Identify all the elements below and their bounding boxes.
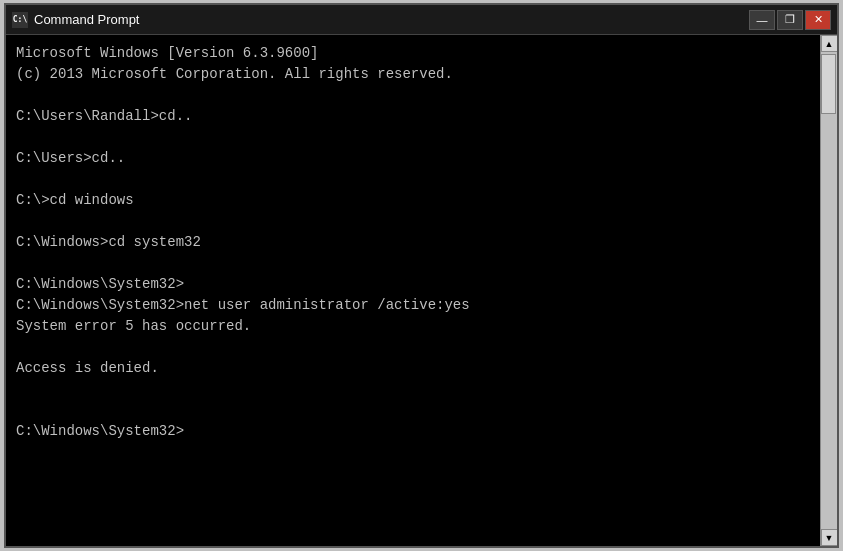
scrollbar-thumb[interactable] (821, 54, 836, 114)
command-prompt-window: C:\ Command Prompt — ❐ ✕ Microsoft Windo… (4, 3, 839, 548)
title-bar: C:\ Command Prompt — ❐ ✕ (6, 5, 837, 35)
scroll-up-button[interactable]: ▲ (821, 35, 838, 52)
scrollbar-track[interactable] (821, 52, 837, 529)
title-bar-left: C:\ Command Prompt (12, 12, 139, 28)
window-title: Command Prompt (34, 12, 139, 27)
scroll-down-button[interactable]: ▼ (821, 529, 838, 546)
scrollbar[interactable]: ▲ ▼ (820, 35, 837, 546)
minimize-button[interactable]: — (749, 10, 775, 30)
cmd-icon: C:\ (12, 12, 28, 28)
content-area: Microsoft Windows [Version 6.3.9600] (c)… (6, 35, 837, 546)
close-button[interactable]: ✕ (805, 10, 831, 30)
terminal-output[interactable]: Microsoft Windows [Version 6.3.9600] (c)… (6, 35, 820, 546)
window-controls: — ❐ ✕ (749, 10, 831, 30)
maximize-button[interactable]: ❐ (777, 10, 803, 30)
